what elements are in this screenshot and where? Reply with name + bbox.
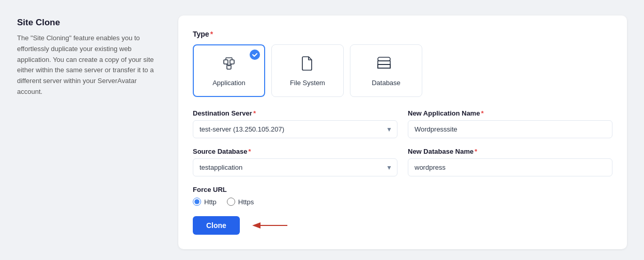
- filesystem-icon: [300, 55, 315, 75]
- new-db-name-label: New Database Name*: [408, 148, 612, 155]
- form-row-server: Destination Server* test-server (13.250.…: [193, 109, 612, 138]
- destination-server-label: Destination Server*: [193, 109, 397, 117]
- svg-rect-1: [230, 60, 234, 64]
- new-app-name-label: New Application Name*: [408, 109, 612, 117]
- radio-http-input[interactable]: [193, 198, 201, 206]
- svg-rect-9: [378, 61, 390, 64]
- type-option-database[interactable]: Database: [350, 44, 422, 97]
- new-db-name-input[interactable]: [408, 158, 612, 176]
- application-icon: [221, 55, 237, 75]
- radio-https-input[interactable]: [227, 198, 235, 206]
- type-options: Application File System: [193, 44, 612, 97]
- source-database-select[interactable]: testapplication: [193, 158, 397, 176]
- filesystem-label: File System: [290, 79, 325, 87]
- source-database-select-wrapper: testapplication ▼: [193, 158, 397, 176]
- destination-server-select-wrapper: test-server (13.250.105.207) ▼: [193, 120, 397, 138]
- radio-https-option[interactable]: Https: [227, 198, 254, 206]
- radio-http-label: Http: [204, 198, 217, 206]
- application-label: Application: [212, 79, 246, 87]
- clone-button[interactable]: Clone: [193, 216, 240, 235]
- new-db-name-group: New Database Name*: [408, 148, 612, 176]
- sidebar-description: The "Site Cloning" feature enables you t…: [17, 33, 162, 98]
- radio-http-option[interactable]: Http: [193, 198, 217, 206]
- arrow-indicator: [248, 218, 289, 233]
- destination-server-group: Destination Server* test-server (13.250.…: [193, 109, 397, 138]
- source-database-group: Source Database* testapplication ▼: [193, 148, 397, 176]
- type-option-application[interactable]: Application: [193, 44, 265, 97]
- sidebar-title: Site Clone: [17, 18, 162, 28]
- force-url-section: Force URL Http Https: [193, 186, 612, 206]
- type-section-label: Type*: [193, 30, 612, 38]
- database-icon: [376, 55, 396, 75]
- force-url-label: Force URL: [193, 186, 612, 193]
- destination-server-select[interactable]: test-server (13.250.105.207): [193, 120, 397, 138]
- btn-row: Clone: [193, 216, 612, 235]
- radio-https-label: Https: [238, 198, 254, 206]
- check-badge: [250, 50, 260, 60]
- svg-rect-11: [378, 64, 390, 68]
- main-card: Type*: [178, 15, 627, 249]
- svg-rect-0: [224, 60, 228, 64]
- new-app-name-input[interactable]: [408, 120, 612, 138]
- svg-rect-10: [378, 64, 390, 68]
- source-database-label: Source Database*: [193, 148, 397, 155]
- sidebar: Site Clone The "Site Cloning" feature en…: [17, 15, 162, 249]
- form-row-database: Source Database* testapplication ▼ New D…: [193, 148, 612, 176]
- svg-rect-8: [378, 57, 390, 61]
- type-option-filesystem[interactable]: File System: [271, 44, 344, 97]
- new-app-name-group: New Application Name*: [408, 109, 612, 138]
- force-url-radio-group: Http Https: [193, 198, 612, 206]
- database-label: Database: [372, 79, 401, 87]
